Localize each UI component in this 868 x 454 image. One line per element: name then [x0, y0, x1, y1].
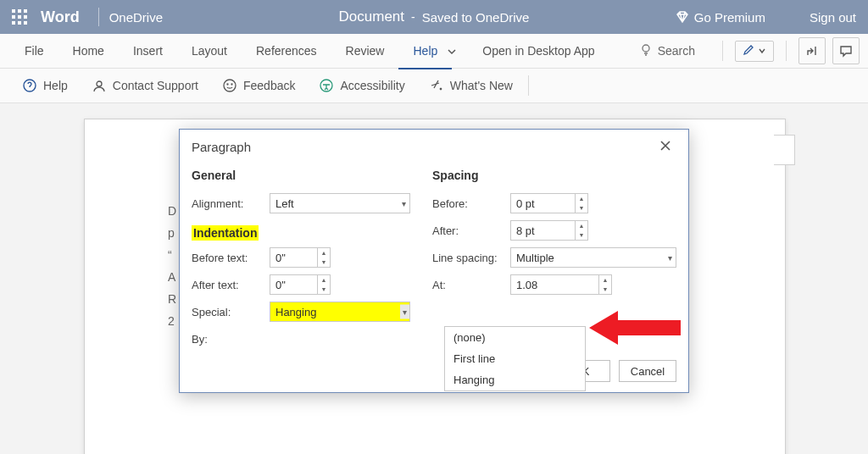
document-name: Document	[339, 8, 404, 25]
chevron-down-icon: ▾	[402, 199, 406, 208]
pencil-icon	[743, 44, 754, 58]
spinner-icon[interactable]: ▲▼	[317, 248, 330, 267]
ribbon-tabs: File Home Insert Layout References Revie…	[0, 34, 868, 69]
special-label: Special:	[192, 306, 270, 318]
spinner-icon[interactable]: ▲▼	[575, 194, 587, 213]
svg-rect-0	[12, 9, 15, 13]
before-value: 0 pt	[516, 197, 535, 210]
cancel-button[interactable]: Cancel	[619, 360, 676, 382]
before-input[interactable]: 0 pt ▲▼	[510, 193, 588, 213]
dialog-title: Paragraph	[192, 140, 251, 154]
general-indentation-column: General Alignment: Left ▾ Indentation Be…	[192, 165, 429, 353]
spinner-icon[interactable]: ▲▼	[575, 221, 587, 240]
accessibility-label: Accessibility	[340, 79, 404, 92]
chevron-down-icon	[758, 44, 766, 58]
line-spacing-label: Line spacing:	[432, 252, 510, 264]
svg-point-11	[97, 81, 102, 86]
at-value: 1.08	[516, 279, 537, 291]
app-launcher-icon[interactable]	[12, 9, 27, 25]
separator	[722, 41, 723, 61]
special-dropdown-list: (none) First line Hanging	[444, 326, 586, 391]
save-status: Saved to OneDrive	[422, 10, 530, 25]
svg-rect-1	[18, 9, 21, 13]
svg-point-13	[227, 84, 228, 85]
whats-new-button[interactable]: What's New	[417, 69, 525, 102]
tab-insert[interactable]: Insert	[119, 34, 177, 68]
help-button[interactable]: Help	[10, 69, 80, 102]
go-premium-button[interactable]: Go Premium	[665, 7, 776, 28]
share-button[interactable]	[798, 37, 826, 64]
chevron-down-icon[interactable]	[447, 46, 457, 56]
at-label: At:	[432, 279, 510, 291]
spinner-icon[interactable]: ▲▼	[317, 275, 330, 294]
page-text-fragment: D p “ A R 2	[168, 200, 176, 332]
separator	[528, 75, 529, 96]
svg-rect-5	[24, 15, 27, 19]
option-none[interactable]: (none)	[445, 327, 585, 348]
general-heading: General	[192, 169, 429, 182]
line-spacing-value: Multiple	[516, 252, 554, 264]
svg-point-12	[224, 80, 236, 91]
search-label: Search	[658, 44, 695, 58]
contact-support-label: Contact Support	[113, 79, 198, 92]
tab-review[interactable]: Review	[331, 34, 399, 68]
smiley-icon	[222, 78, 237, 93]
location-onedrive[interactable]: OneDrive	[109, 10, 163, 25]
svg-rect-2	[24, 9, 27, 13]
tab-file[interactable]: File	[10, 34, 58, 68]
sparkle-icon	[429, 78, 444, 93]
open-in-desktop-button[interactable]: Open in Desktop App	[465, 34, 611, 68]
search-button[interactable]: Search	[631, 40, 704, 63]
contact-support-button[interactable]: Contact Support	[80, 69, 210, 102]
after-text-input[interactable]: 0" ▲▼	[270, 274, 331, 295]
alignment-select[interactable]: Left ▾	[270, 193, 410, 213]
at-input[interactable]: 1.08 ▲▼	[510, 274, 612, 295]
comments-button[interactable]	[832, 37, 860, 64]
tab-home[interactable]: Home	[58, 34, 119, 68]
before-text-label: Before text:	[192, 252, 270, 264]
indentation-heading: Indentation	[192, 225, 259, 241]
diamond-icon	[676, 10, 689, 24]
svg-rect-7	[18, 21, 21, 25]
special-value: Hanging	[275, 306, 316, 318]
lightbulb-icon	[639, 43, 653, 59]
tab-references[interactable]: References	[242, 34, 331, 68]
title-bar: Word OneDrive Document - Saved to OneDri…	[0, 0, 868, 34]
separator	[786, 41, 787, 61]
after-input[interactable]: 8 pt ▲▼	[510, 220, 588, 241]
spinner-icon[interactable]: ▲▼	[598, 275, 611, 294]
accessibility-button[interactable]: Accessibility	[307, 69, 416, 102]
alignment-value: Left	[275, 197, 294, 210]
paragraph-dialog: Paragraph General Alignment: Left ▾ Inde…	[179, 129, 689, 393]
app-name[interactable]: Word	[41, 8, 80, 26]
svg-rect-4	[18, 15, 21, 19]
before-label: Before:	[432, 197, 510, 210]
headset-icon	[92, 78, 107, 93]
svg-rect-6	[12, 21, 15, 25]
before-text-input[interactable]: 0" ▲▼	[270, 247, 331, 268]
tab-layout[interactable]: Layout	[177, 34, 242, 68]
before-text-value: 0"	[275, 252, 286, 264]
svg-point-9	[643, 45, 649, 52]
svg-point-14	[231, 84, 232, 85]
after-text-value: 0"	[275, 279, 286, 291]
option-first-line[interactable]: First line	[445, 348, 585, 369]
spacing-heading: Spacing	[432, 169, 676, 182]
special-select[interactable]: Hanging ▾	[270, 302, 410, 322]
go-premium-label: Go Premium	[694, 10, 765, 25]
feedback-button[interactable]: Feedback	[210, 69, 307, 102]
help-subribbon: Help Contact Support Feedback Accessibil…	[0, 69, 868, 103]
sign-out-link[interactable]: Sign out	[810, 10, 856, 25]
divider	[98, 8, 99, 26]
option-hanging[interactable]: Hanging	[445, 369, 585, 390]
help-label: Help	[43, 79, 68, 92]
editing-mode-button[interactable]	[735, 41, 774, 62]
tab-help[interactable]: Help	[398, 34, 452, 69]
by-label: By:	[192, 333, 270, 346]
after-value: 8 pt	[516, 224, 535, 237]
after-text-label: After text:	[192, 279, 270, 291]
after-label: After:	[432, 224, 510, 237]
close-icon[interactable]	[654, 136, 676, 158]
spacing-column: Spacing Before: 0 pt ▲▼ After: 8 pt ▲▼	[429, 165, 676, 353]
line-spacing-select[interactable]: Multiple ▾	[510, 247, 676, 268]
